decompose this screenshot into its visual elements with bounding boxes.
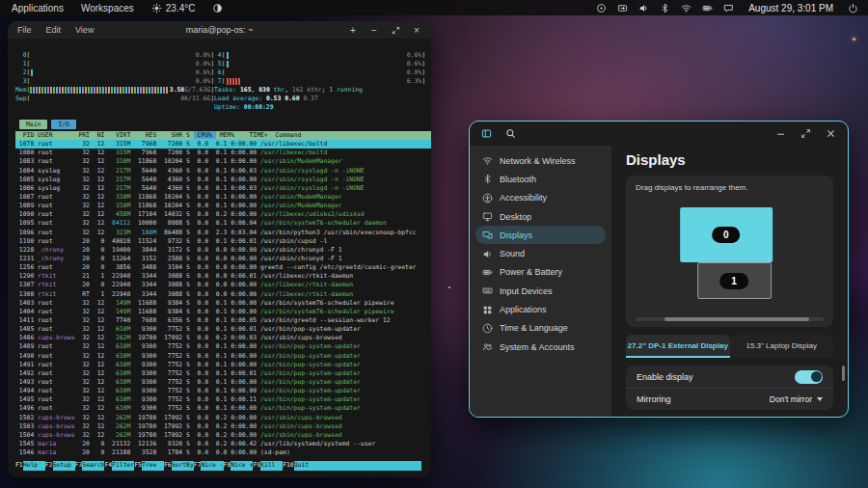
process-row[interactable]: 1502 cups-brows 32 12 262M 19780 17092 S… [15,414,431,422]
sidebar-item-bluetooth[interactable]: Bluetooth [475,170,606,188]
column-header-res[interactable]: RES [134,131,160,139]
process-row[interactable]: 1231 _chrony 20 0 11264 3152 2588 S 0.0 … [15,255,431,263]
display-tab-27-2-dp-1-external-display[interactable]: 27.2" DP-1 External Display [626,335,730,358]
close-icon[interactable] [826,128,836,139]
column-header-s[interactable]: S [186,131,194,139]
fnkey-f2[interactable]: F2 [45,461,53,471]
menu-file[interactable]: File [17,25,32,35]
process-row[interactable]: 1496 root 32 12 610M 9300 7752 S 0.0 0.1… [15,404,431,413]
fnkey-f3[interactable]: F3 [75,461,83,471]
process-row[interactable]: 1493 root 32 12 610M 9300 7752 S 0.0 0.1… [15,378,431,387]
process-table-header[interactable]: PID USER PRI NI VIRT RES SHR S CPU% MEM%… [15,131,431,140]
sidebar-item-power-battery[interactable]: Power & Battery [475,263,606,282]
fnkey-f8[interactable]: F8 [224,461,231,471]
process-row[interactable]: 1083 root 32 12 310M 11868 10204 S 0.0 0… [15,157,431,166]
process-row[interactable]: 1404 root 32 12 149M 11688 9384 S 0.0 0.… [15,308,431,316]
column-header-mem[interactable]: MEM% [216,131,238,139]
nav-toggle-icon[interactable] [481,128,492,139]
process-row[interactable]: 1095 root 32 12 84112 10000 8088 S 0.0 0… [15,219,431,228]
maximize-icon[interactable] [800,128,811,139]
search-icon[interactable] [505,128,516,139]
process-row[interactable]: 1545 maria 20 0 21132 12136 9320 S 0.0 0… [15,440,431,448]
process-row[interactable]: 1485 root 32 12 610M 9300 7752 S 0.0 0.1… [15,325,431,334]
fnlabel-tree[interactable]: Tree [142,461,164,471]
sidebar-item-sound[interactable]: Sound [475,244,606,262]
enable-display-toggle[interactable] [795,370,823,384]
notifications-icon[interactable] [723,3,734,14]
applications-menu[interactable]: Applications [12,3,64,14]
volume-icon[interactable] [638,3,649,14]
process-row[interactable]: 1486 cups-brows 32 12 262M 19780 17092 S… [15,334,431,342]
fnlabel-nice[interactable]: Nice - [201,461,223,471]
process-row[interactable]: 1546 maria 20 0 21188 3528 1784 S 0.0 0.… [15,448,431,457]
fnkey-f5[interactable]: F5 [134,461,142,471]
process-row[interactable]: 1494 root 32 12 610M 9300 7752 S 0.0 0.1… [15,387,431,395]
process-row[interactable]: 1190 root 20 0 48028 11524 9732 S 0.0 0.… [15,237,431,246]
process-row[interactable]: 1403 root 32 12 149M 11688 9384 S 0.0 0.… [15,299,431,308]
process-row[interactable]: 1256 root 20 0 3856 3488 3104 S 0.0 0.0 … [15,263,431,272]
process-row[interactable]: 1411 root 32 12 7740 7688 6356 S 0.0 0.1… [15,316,431,325]
column-header-command[interactable]: Command [272,131,302,139]
clock-label[interactable]: August 29, 3:01 PM [745,3,837,14]
fnlabel-filter[interactable]: Filter [112,461,134,471]
column-header-ni[interactable]: NI [94,131,108,139]
fnlabel-nice[interactable]: Nice + [231,461,253,471]
fnlabel-kill[interactable]: Kill [260,461,283,471]
sidebar-item-network-wireless[interactable]: Network & Wireless [475,151,606,170]
sidebar-item-desktop[interactable]: Desktop [475,207,606,226]
display-rect-1[interactable]: 1 [697,262,772,299]
fnlabel-sortby[interactable]: SortBy [172,461,194,471]
process-row[interactable]: 1308 rtkit RT 1 22940 3344 3088 S 0.0 0.… [15,290,431,299]
process-row[interactable]: 1490 root 32 12 610M 9300 7752 S 0.0 0.1… [15,352,431,361]
process-row[interactable]: 1085 syslog 32 12 217M 5640 4360 S 0.0 0… [15,176,431,184]
display-rect-0[interactable]: 0 [680,207,773,262]
column-header-shr[interactable]: SHR [160,131,186,139]
process-row[interactable]: 1080 root 32 12 315M 7968 7200 S 0.0 0.1… [15,149,431,157]
screen-share-icon[interactable] [617,3,628,14]
process-row[interactable]: 1503 cups-brows 32 12 262M 19780 17092 S… [15,422,431,431]
process-row[interactable]: 1090 root 32 12 458M 17104 14032 S 0.0 0… [15,210,431,219]
input-source-icon[interactable] [596,3,607,14]
fnlabel-search[interactable]: Search [82,461,104,471]
fnkey-f7[interactable]: F7 [194,461,202,471]
column-header-pri[interactable]: PRI [78,131,93,139]
fnlabel-setup[interactable]: Setup [53,461,75,471]
bluetooth-icon[interactable] [660,3,670,14]
circle-indicator-icon[interactable] [212,3,223,14]
settings-titlebar[interactable] [470,122,848,146]
horizontal-scrollbar[interactable] [636,317,824,321]
sidebar-item-input-devices[interactable]: Input Devices [475,282,606,300]
fnkey-f9[interactable]: F9 [253,461,260,471]
power-icon[interactable] [848,3,858,14]
process-row[interactable]: 1087 root 32 12 310M 11868 10204 S 0.0 0… [15,193,431,202]
terminal-titlebar[interactable]: maria@pop-os: ~ FileEditView + − × [8,21,431,39]
htop-tab-main[interactable]: Main [19,120,47,129]
sidebar-item-displays[interactable]: Displays [475,226,606,244]
htop-tab-io[interactable]: I/O [51,120,76,129]
sidebar-item-applications[interactable]: Applications [475,300,606,318]
new-tab-button[interactable]: + [348,25,358,35]
column-header-cpu[interactable]: CPU% [194,131,216,139]
fnkey-f10[interactable]: F10 [283,461,294,471]
process-row[interactable]: 1290 rtkit 21 1 22940 3344 3088 S 0.0 0.… [15,272,431,281]
fnkey-f6[interactable]: F6 [164,461,172,471]
workspaces-menu[interactable]: Workspaces [81,3,134,14]
close-button[interactable]: × [412,25,421,35]
wifi-icon[interactable] [681,3,692,14]
battery-icon[interactable] [702,3,713,14]
display-arrangement-area[interactable]: 01 [636,192,824,313]
vertical-scrollbar[interactable] [842,366,845,381]
column-header-user[interactable]: USER [38,131,78,139]
fnkey-f4[interactable]: F4 [104,461,112,471]
sidebar-item-accessibility[interactable]: Accessibility [475,189,606,207]
menu-view[interactable]: View [75,25,94,35]
fnkey-f1[interactable]: F1 [15,461,23,471]
process-row[interactable]: 1492 root 32 12 610M 9300 7752 S 0.0 0.1… [15,369,431,378]
fnlabel-help[interactable]: Help [23,461,45,471]
process-row[interactable]: 1078 root 32 12 315M 7968 7200 S 0.0 0.1… [15,140,431,149]
process-row[interactable]: 1089 root 32 12 310M 11868 10204 S 0.0 0… [15,202,431,210]
display-tab-15-3-laptop-display[interactable]: 15.3" Laptop Display [730,335,834,358]
process-row[interactable]: 1307 rtkit 20 0 22940 3344 3088 S 0.0 0.… [15,281,431,289]
fnlabel-quit[interactable]: Quit [294,461,421,471]
mirroring-dropdown[interactable]: Don't mirror [770,394,823,404]
